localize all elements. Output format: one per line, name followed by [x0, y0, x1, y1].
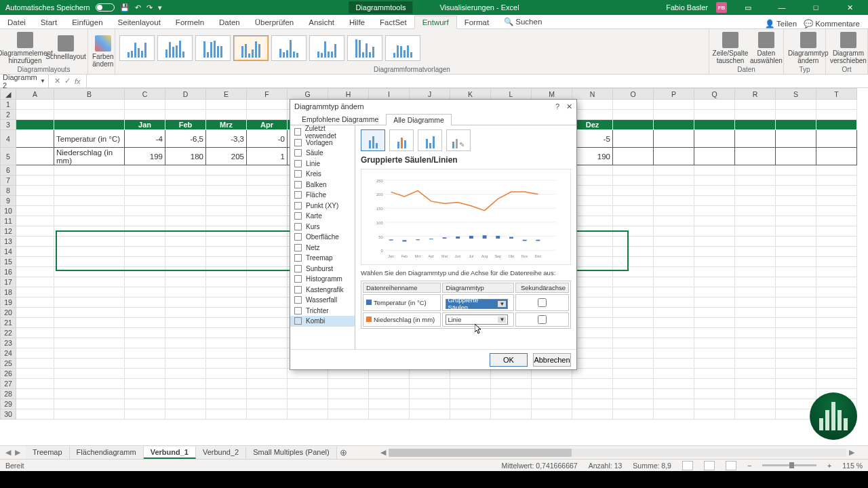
- cell-P5[interactable]: [654, 148, 694, 165]
- zoom-in-icon[interactable]: +: [827, 462, 831, 470]
- cell-T6[interactable]: [816, 165, 857, 176]
- cell-C20[interactable]: [125, 308, 165, 318]
- cell-F13[interactable]: [247, 237, 288, 247]
- cell-B5[interactable]: Niederschlag (in mm): [54, 148, 125, 165]
- cell-S26[interactable]: [776, 369, 816, 379]
- col-header-R[interactable]: R: [735, 89, 776, 100]
- cell-B2[interactable]: [54, 110, 125, 120]
- cell-P4[interactable]: [654, 130, 694, 148]
- cell-P28[interactable]: [654, 389, 694, 399]
- cell-P10[interactable]: [654, 206, 694, 216]
- cell-B18[interactable]: [54, 287, 125, 298]
- chart-category-balken[interactable]: Balken: [290, 180, 355, 190]
- cell-B8[interactable]: [54, 186, 125, 196]
- cell-E27[interactable]: [206, 379, 247, 389]
- col-header-T[interactable]: T: [816, 89, 857, 100]
- row-header-1[interactable]: 1: [1, 100, 16, 110]
- cell-S27[interactable]: [776, 379, 816, 389]
- cell-T27[interactable]: [816, 379, 857, 389]
- cell-B24[interactable]: [54, 348, 125, 359]
- cell-C3[interactable]: Jan: [125, 120, 165, 130]
- cell-T14[interactable]: [816, 247, 857, 257]
- cell-R19[interactable]: [735, 298, 776, 308]
- cell-Q2[interactable]: [694, 110, 735, 120]
- cell-O11[interactable]: [613, 216, 654, 226]
- cell-O16[interactable]: [613, 267, 654, 277]
- cell-O3[interactable]: [613, 120, 654, 130]
- cell-Q5[interactable]: [694, 148, 735, 165]
- cell-F6[interactable]: [247, 165, 288, 176]
- chart-style-1[interactable]: [119, 35, 155, 61]
- cell-E11[interactable]: [206, 216, 247, 226]
- ribbon-display-icon[interactable]: ▭: [735, 0, 761, 15]
- cell-F17[interactable]: [247, 277, 288, 287]
- col-header-J[interactable]: J: [410, 89, 450, 100]
- cell-C30[interactable]: [125, 409, 165, 420]
- cell-P6[interactable]: [654, 165, 694, 176]
- cell-C9[interactable]: [125, 196, 165, 206]
- cell-B17[interactable]: [54, 277, 125, 287]
- cell-B23[interactable]: [54, 338, 125, 348]
- chart-style-8[interactable]: [385, 35, 420, 61]
- cell-D6[interactable]: [165, 165, 206, 176]
- cell-B25[interactable]: [54, 359, 125, 369]
- cell-R22[interactable]: [735, 328, 776, 338]
- cancel-button[interactable]: Abbrechen: [533, 353, 571, 367]
- cell-P23[interactable]: [654, 338, 694, 348]
- chart-category-sunburst[interactable]: Sunburst: [290, 264, 355, 274]
- tab-start[interactable]: Start: [33, 16, 64, 28]
- row-header-27[interactable]: 27: [1, 379, 16, 389]
- chart-style-4[interactable]: [233, 35, 269, 61]
- cell-N16[interactable]: [572, 267, 613, 277]
- cell-P7[interactable]: [654, 176, 694, 186]
- cell-A14[interactable]: [16, 247, 54, 257]
- cell-F1[interactable]: [247, 100, 288, 110]
- subtype-3[interactable]: [418, 129, 442, 151]
- cell-S21[interactable]: [776, 318, 816, 328]
- cell-E15[interactable]: [206, 257, 247, 267]
- chart-category-kastengrafik[interactable]: Kastengrafik: [290, 285, 355, 296]
- cell-A12[interactable]: [16, 226, 54, 237]
- cell-P19[interactable]: [654, 298, 694, 308]
- cell-J28[interactable]: [410, 389, 450, 399]
- cell-Q19[interactable]: [694, 298, 735, 308]
- window-maximize-icon[interactable]: □: [803, 0, 829, 15]
- series-type-dropdown-0[interactable]: Gruppierte Säulen▼: [446, 299, 508, 309]
- chart-category-flche[interactable]: Fläche: [290, 190, 355, 201]
- row-header-4[interactable]: 4: [1, 130, 16, 148]
- cell-R1[interactable]: [735, 100, 776, 110]
- cell-T16[interactable]: [816, 267, 857, 277]
- cell-N26[interactable]: [572, 369, 613, 379]
- cell-O23[interactable]: [613, 338, 654, 348]
- cell-P20[interactable]: [654, 308, 694, 318]
- cell-F2[interactable]: [247, 110, 288, 120]
- cell-F30[interactable]: [247, 409, 288, 420]
- cell-E6[interactable]: [206, 165, 247, 176]
- cell-N27[interactable]: [572, 379, 613, 389]
- cell-R11[interactable]: [735, 216, 776, 226]
- cell-N14[interactable]: [572, 247, 613, 257]
- secondary-axis-checkbox-0[interactable]: [538, 298, 547, 307]
- user-name[interactable]: Fabio Basler: [666, 3, 708, 12]
- row-header-18[interactable]: 18: [1, 287, 16, 298]
- cell-S5[interactable]: [776, 148, 816, 165]
- cell-R27[interactable]: [735, 379, 776, 389]
- row-header-3[interactable]: 3: [1, 120, 16, 130]
- cell-A24[interactable]: [16, 348, 54, 359]
- cell-Q28[interactable]: [694, 389, 735, 399]
- cell-Q4[interactable]: [694, 130, 735, 148]
- cell-C22[interactable]: [125, 328, 165, 338]
- cell-R18[interactable]: [735, 287, 776, 298]
- cell-D26[interactable]: [165, 369, 206, 379]
- cell-E29[interactable]: [206, 399, 247, 409]
- comments-button[interactable]: 💬 Kommentare: [804, 19, 860, 28]
- cell-A28[interactable]: [16, 389, 54, 399]
- cell-R21[interactable]: [735, 318, 776, 328]
- tab-daten[interactable]: Daten: [212, 16, 248, 28]
- cell-A25[interactable]: [16, 359, 54, 369]
- cell-F9[interactable]: [247, 196, 288, 206]
- cell-E4[interactable]: -3,3: [206, 130, 247, 148]
- cell-N17[interactable]: [572, 277, 613, 287]
- cell-K27[interactable]: [450, 379, 491, 389]
- cell-D20[interactable]: [165, 308, 206, 318]
